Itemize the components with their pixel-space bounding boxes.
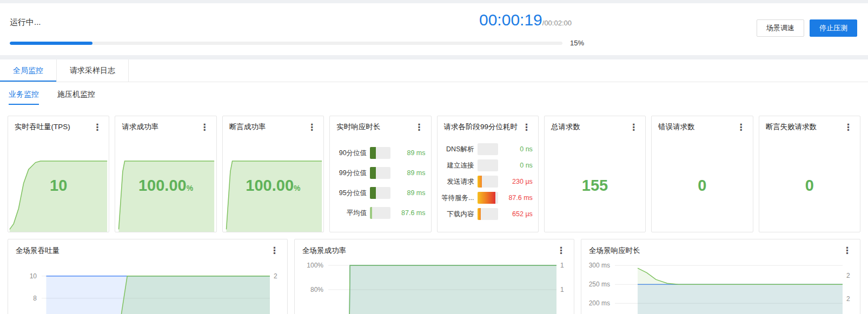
axis-tick-label: 100% — [307, 262, 323, 269]
card-title: 实时吞吐量(TPS) — [15, 122, 70, 132]
axis-tick-label: 8 — [33, 295, 37, 302]
metric-row-value: 87.6 ms — [508, 194, 533, 202]
tab-label: 全局监控 — [13, 66, 43, 75]
stage-time-rows: DNS解析0 ns建立连接0 ns发送请求230 µs等待服务...87.6 m… — [438, 137, 538, 220]
sparkline-canvas — [116, 160, 215, 232]
value-text: 100.00 — [246, 177, 294, 194]
stop-test-button[interactable]: 停止压测 — [810, 19, 857, 37]
kebab-menu-icon[interactable]: ⋮ — [304, 122, 319, 132]
chart-card-scene-success-rate: 全场景成功率 ⋮ 100%80% 11 — [294, 239, 574, 314]
kebab-menu-icon[interactable]: ⋮ — [841, 122, 856, 132]
scene-speed-button[interactable]: 场景调速 — [757, 19, 804, 37]
value-unit: % — [294, 184, 300, 192]
metric-card-response-time: 实时响应时长 ⋮ 90分位值89 ms99分位值89 ms95分位值89 ms平… — [329, 116, 431, 232]
progress-percent-label: 15% — [570, 39, 584, 47]
kebab-menu-icon[interactable]: ⋮ — [412, 122, 427, 132]
card-header: 断言失败请求数 ⋮ — [759, 116, 860, 132]
metric-gauge — [478, 176, 498, 188]
subtab-label: 施压机监控 — [57, 90, 95, 98]
assert-rate-value: 100.00% — [223, 177, 323, 195]
chart-header: 全场景成功率 ⋮ — [295, 239, 574, 259]
metric-gauge — [370, 187, 390, 199]
metric-row: 发送请求230 µs — [441, 176, 533, 188]
card-title: 总请求数 — [551, 122, 580, 132]
metric-gauge-fill — [370, 167, 376, 179]
chart-title: 全场景响应时长 — [589, 246, 640, 256]
tab-global-monitor[interactable]: 全局监控 — [0, 59, 57, 82]
card-header: 断言成功率 ⋮ — [223, 116, 323, 132]
value-text: 0 — [805, 177, 814, 194]
metric-card-assert-failed: 断言失败请求数 ⋮ 0 — [759, 116, 860, 232]
timer-total: /00:02:00 — [542, 19, 572, 27]
kebab-menu-icon[interactable]: ⋮ — [840, 245, 854, 256]
card-body: 10 — [8, 137, 109, 232]
tab-label: 请求采样日志 — [70, 66, 115, 75]
metric-gauge — [478, 192, 498, 204]
metric-gauge — [370, 207, 390, 219]
metric-gauge-fill — [370, 147, 376, 159]
chart-card-scene-response-time: 全场景响应时长 ⋮ 300 ms250 ms200 ms 22 — [581, 239, 860, 314]
chart-title: 全场景成功率 — [302, 246, 346, 256]
kebab-menu-icon[interactable]: ⋮ — [90, 122, 104, 132]
metric-row-value: 89 ms — [390, 169, 425, 177]
card-body: DNS解析0 ns建立连接0 ns发送请求230 µs等待服务...87.6 m… — [438, 137, 538, 232]
chart-body: 100%80% 11 — [295, 259, 574, 314]
card-body: 0 — [652, 137, 752, 232]
metric-row: 下载内容652 µs — [441, 208, 533, 220]
progress-fill — [10, 42, 92, 45]
axis-tick-label: 200 ms — [589, 299, 610, 307]
chart-header: 全场景响应时长 ⋮ — [581, 239, 860, 259]
metric-row-value: 652 µs — [508, 210, 533, 218]
metric-row-value: 89 ms — [390, 189, 425, 197]
card-header: 请求成功率 ⋮ — [115, 116, 216, 132]
card-body: 90分位值89 ms99分位值89 ms95分位值89 ms平均值87.6 ms — [330, 137, 430, 232]
value-unit: % — [187, 184, 193, 192]
tab-request-sample-log[interactable]: 请求采样日志 — [57, 59, 129, 82]
metric-gauge — [370, 147, 390, 159]
metric-row: 等待服务...87.6 ms — [441, 192, 533, 204]
assert-failed-value: 0 — [759, 177, 860, 195]
card-body: 100.00% — [115, 137, 216, 232]
header-actions: 场景调速 停止压测 — [757, 19, 857, 37]
metric-row: DNS解析0 ns — [441, 143, 533, 155]
metric-row-label: DNS解析 — [441, 145, 474, 154]
metric-card-tps: 实时吞吐量(TPS) ⋮ 10 — [8, 116, 109, 232]
metric-row: 90分位值89 ms — [333, 147, 425, 159]
axis-tick-label: 300 ms — [589, 262, 610, 269]
chart-canvas — [42, 259, 270, 314]
metric-row-label: 建立连接 — [441, 161, 474, 170]
metric-card-stage-time: 请求各阶段99分位耗时 ⋮ DNS解析0 ns建立连接0 ns发送请求230 µ… — [437, 116, 539, 232]
metric-row-label: 99分位值 — [333, 169, 367, 178]
run-status-text: 运行中... — [10, 17, 41, 28]
kebab-menu-icon[interactable]: ⋮ — [554, 245, 568, 256]
kebab-menu-icon[interactable]: ⋮ — [626, 122, 641, 132]
value-text: 100.00 — [138, 177, 187, 194]
metric-card-total-requests: 总请求数 ⋮ 155 — [544, 116, 646, 232]
success-rate-value: 100.00% — [115, 177, 216, 195]
metric-row: 99分位值89 ms — [333, 167, 425, 179]
subtab-agent-monitor[interactable]: 施压机监控 — [57, 82, 95, 107]
card-title: 请求成功率 — [122, 122, 158, 132]
charts-row: 全场景吞吐量 ⋮ 108 2 全场景成功率 ⋮ 100%80% 11 — [8, 239, 860, 314]
kebab-menu-icon[interactable]: ⋮ — [519, 122, 534, 132]
metric-gauge-fill — [478, 208, 481, 220]
subtab-business-monitor[interactable]: 业务监控 — [9, 82, 39, 107]
card-header: 总请求数 ⋮ — [545, 116, 645, 132]
metric-cards-row: 实时吞吐量(TPS) ⋮ 10 请求成功率 ⋮ — [8, 116, 860, 232]
kebab-menu-icon[interactable]: ⋮ — [267, 245, 282, 256]
response-time-rows: 90分位值89 ms99分位值89 ms95分位值89 ms平均值87.6 ms — [330, 137, 430, 219]
metric-card-error-requests: 错误请求数 ⋮ 0 — [651, 116, 753, 232]
tps-value: 10 — [8, 177, 109, 195]
kebab-menu-icon[interactable]: ⋮ — [734, 122, 748, 132]
metric-card-assert-rate: 断言成功率 ⋮ 100.00% — [222, 116, 324, 232]
card-title: 断言失败请求数 — [766, 122, 817, 132]
axis-tick-label: 1 — [560, 286, 564, 293]
chart-body: 300 ms250 ms200 ms 22 — [581, 259, 860, 314]
run-status-header: 运行中... 00:00:19/00:02:00 场景调速 停止压测 15% — [0, 3, 868, 55]
sparkline-canvas — [223, 160, 323, 232]
value-text: 155 — [582, 177, 608, 194]
kebab-menu-icon[interactable]: ⋮ — [197, 122, 212, 132]
chart-plot — [328, 259, 556, 314]
card-body: 100.00% — [223, 137, 323, 232]
metric-gauge-fill — [370, 187, 376, 199]
